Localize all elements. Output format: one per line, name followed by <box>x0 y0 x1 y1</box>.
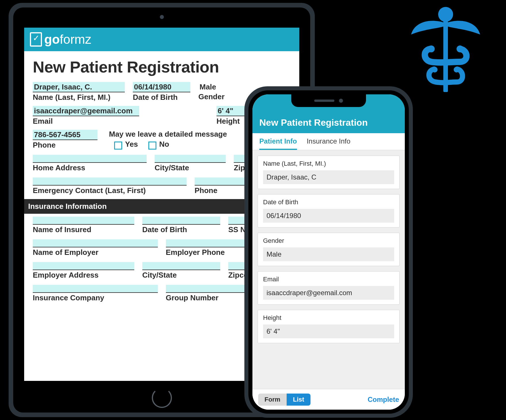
leave-message-question: May we leave a detailed message <box>109 130 227 139</box>
city-state-input[interactable] <box>155 155 226 163</box>
emergency-contact-input[interactable] <box>33 177 187 186</box>
home-address-input[interactable] <box>33 155 147 163</box>
employer-name-input[interactable] <box>33 239 158 247</box>
card-gender[interactable]: Gender Male <box>258 233 400 266</box>
card-dob-label: Date of Birth <box>263 198 394 206</box>
card-name-label: Name (Last, First, MI.) <box>263 160 394 167</box>
email-label: Email <box>33 117 139 126</box>
card-dob-value[interactable]: 06/14/1980 <box>263 209 394 223</box>
emergency-contact-label: Emergency Contact (Last, First) <box>33 186 187 195</box>
phone-footer: Form List Complete <box>252 389 405 410</box>
card-dob[interactable]: Date of Birth 06/14/1980 <box>258 194 400 228</box>
card-gender-label: Gender <box>263 237 394 245</box>
yes-label: Yes <box>125 140 138 148</box>
employer-city-state-label: City/State <box>142 271 220 280</box>
card-name-value[interactable]: Draper, Isaac, C <box>263 170 394 184</box>
card-height-value[interactable]: 6' 4" <box>263 324 394 338</box>
insurance-company-label: Insurance Company <box>33 293 158 302</box>
dob-input[interactable]: 06/14/1980 <box>133 82 190 92</box>
name-input[interactable]: Draper, Isaac, C. <box>33 82 125 92</box>
phone-speaker-icon <box>314 100 334 102</box>
card-email-label: Email <box>263 276 394 283</box>
app-header: goformz <box>24 28 299 51</box>
phone-notch <box>291 94 366 107</box>
form-title: New Patient Registration <box>33 58 291 76</box>
name-insured-input[interactable] <box>33 217 134 225</box>
form-view-button[interactable]: Form <box>258 394 287 406</box>
svg-point-3 <box>457 45 463 52</box>
dob-label: Date of Birth <box>133 93 190 102</box>
phone-frame: New Patient Registration Patient Info In… <box>244 86 413 418</box>
insured-dob-input[interactable] <box>142 217 220 225</box>
no-label: No <box>159 140 169 148</box>
card-height-label: Height <box>263 314 394 322</box>
card-height[interactable]: Height 6' 4" <box>258 310 400 343</box>
phone-screen: New Patient Registration Patient Info In… <box>252 94 405 410</box>
phone-field-list[interactable]: Name (Last, First, MI.) Draper, Isaac, C… <box>252 150 405 389</box>
insurance-company-input[interactable] <box>33 285 158 293</box>
svg-point-4 <box>432 67 438 72</box>
tablet-camera-icon <box>160 15 164 19</box>
caduceus-icon <box>402 6 489 104</box>
phone-camera-icon <box>339 99 343 103</box>
goformz-logo-text: goformz <box>44 32 91 47</box>
yes-checkbox[interactable] <box>114 142 122 150</box>
city-state-label: City/State <box>155 163 226 172</box>
card-email-value[interactable]: isaaccdraper@geemail.com <box>263 286 394 300</box>
goformz-logo-icon <box>30 32 42 47</box>
card-gender-value[interactable]: Male <box>263 247 394 261</box>
phone-label: Phone <box>33 141 97 150</box>
svg-point-5 <box>454 67 459 72</box>
insured-dob-label: Date of Birth <box>142 225 220 234</box>
tablet-home-button[interactable] <box>152 388 172 408</box>
height-input[interactable]: 6' 4" <box>216 106 248 116</box>
home-address-label: Home Address <box>33 163 147 172</box>
complete-button[interactable]: Complete <box>368 396 399 404</box>
svg-point-0 <box>438 7 453 22</box>
name-insured-label: Name of Insured <box>33 225 134 234</box>
svg-point-2 <box>428 45 435 52</box>
gender-label: Gender <box>198 92 233 101</box>
email-input[interactable]: isaaccdraper@geemail.com <box>33 106 139 116</box>
no-checkbox[interactable] <box>148 142 156 150</box>
card-email[interactable]: Email isaaccdraper@geemail.com <box>258 271 400 305</box>
height-label: Height <box>216 117 248 126</box>
employer-city-state-input[interactable] <box>142 262 220 270</box>
phone-tabs: Patient Info Insurance Info <box>252 133 405 150</box>
phone-bezel: New Patient Registration Patient Info In… <box>248 90 409 414</box>
phone-input[interactable]: 786-567-4565 <box>33 130 97 140</box>
gender-input[interactable]: Male <box>198 82 233 92</box>
employer-address-label: Employer Address <box>33 271 134 280</box>
name-label: Name (Last, First, MI.) <box>33 93 125 102</box>
phone-form-title: New Patient Registration <box>259 117 368 128</box>
tab-insurance-info[interactable]: Insurance Info <box>307 137 350 150</box>
list-view-button[interactable]: List <box>287 394 310 406</box>
card-name[interactable]: Name (Last, First, MI.) Draper, Isaac, C <box>258 156 400 189</box>
tab-patient-info[interactable]: Patient Info <box>259 137 297 150</box>
employer-name-label: Name of Employer <box>33 248 158 257</box>
view-segmented-control: Form List <box>258 394 310 406</box>
employer-address-input[interactable] <box>33 262 134 270</box>
